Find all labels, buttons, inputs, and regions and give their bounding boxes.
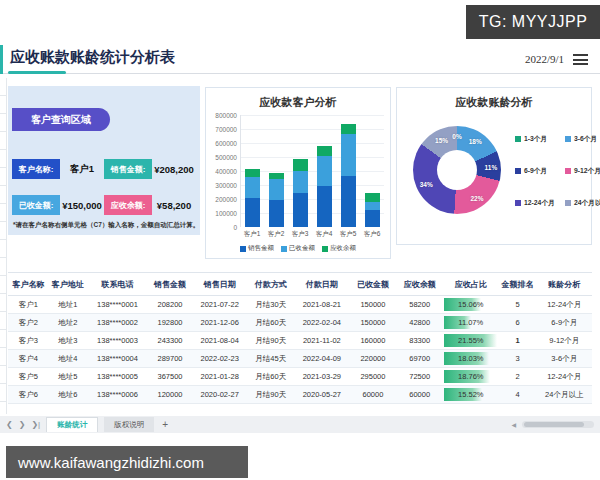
site-watermark-text: www.kaifawangzhidizhi.com xyxy=(18,454,204,471)
cell-ratio[interactable]: 18.76% xyxy=(443,368,498,386)
cell-sales[interactable]: 367500 xyxy=(148,368,192,386)
column-header-应收占比[interactable]: 应收占比 xyxy=(443,273,498,296)
column-header-付款日期[interactable]: 付款日期 xyxy=(294,273,349,296)
cell-ratio[interactable]: 15.06% xyxy=(443,296,498,314)
horizontal-scrollbar[interactable] xyxy=(522,421,594,428)
cell-phone[interactable]: 138****0006 xyxy=(87,386,148,404)
cell-sales[interactable]: 120000 xyxy=(148,386,192,404)
column-header-金额排名[interactable]: 金额排名 xyxy=(499,273,537,296)
cell-phone[interactable]: 138****0005 xyxy=(87,368,148,386)
query-field-value[interactable]: ¥58,200 xyxy=(152,200,196,211)
cell-rank[interactable]: 5 xyxy=(499,296,537,314)
column-header-销售日期[interactable]: 销售日期 xyxy=(192,273,247,296)
query-field-value[interactable]: ¥208,200 xyxy=(152,164,196,175)
cell-pay_date[interactable]: 2021-08-21 xyxy=(294,296,349,314)
cell-sale_date[interactable]: 2021-01-28 xyxy=(192,368,247,386)
cell-terms[interactable]: 月结45天 xyxy=(247,350,294,368)
column-header-联系电话[interactable]: 联系电话 xyxy=(87,273,148,296)
cell-name[interactable]: 客户5 xyxy=(8,368,49,386)
cell-rank[interactable]: 3 xyxy=(499,350,537,368)
cell-received[interactable]: 220000 xyxy=(350,350,397,368)
cell-received[interactable]: 150000 xyxy=(350,314,397,332)
column-header-账龄分析[interactable]: 账龄分析 xyxy=(536,273,592,296)
spreadsheet-page: TG: MYYJJPP 应收账款账龄统计分析表 2022/9/1 客户查询区域 … xyxy=(0,0,600,480)
cell-phone[interactable]: 138****0002 xyxy=(87,314,148,332)
column-header-客户地址[interactable]: 客户地址 xyxy=(49,273,87,296)
cell-addr[interactable]: 地址2 xyxy=(49,314,87,332)
cell-ratio[interactable]: 18.03% xyxy=(443,350,498,368)
cell-addr[interactable]: 地址6 xyxy=(49,386,87,404)
cell-addr[interactable]: 地址1 xyxy=(49,296,87,314)
column-header-应收余额[interactable]: 应收余额 xyxy=(396,273,443,296)
cell-received[interactable]: 150000 xyxy=(350,296,397,314)
cell-receivable[interactable]: 42800 xyxy=(396,314,443,332)
cell-pay_date[interactable]: 2022-04-09 xyxy=(294,350,349,368)
tab-copyright-notes[interactable]: 版权说明 xyxy=(104,417,154,432)
cell-received[interactable]: 160000 xyxy=(350,332,397,350)
cell-rank[interactable]: 2 xyxy=(499,368,537,386)
cell-terms[interactable]: 月结90天 xyxy=(247,332,294,350)
cell-name[interactable]: 客户3 xyxy=(8,332,49,350)
cell-terms[interactable]: 月结30天 xyxy=(247,296,294,314)
add-sheet-button[interactable]: + xyxy=(162,419,168,430)
cell-sales[interactable]: 208200 xyxy=(148,296,192,314)
cell-aging[interactable]: 3-6个月 xyxy=(536,350,592,368)
cell-sales[interactable]: 243300 xyxy=(148,332,192,350)
cell-phone[interactable]: 138****0003 xyxy=(87,332,148,350)
cell-aging[interactable]: 12-24个月 xyxy=(536,368,592,386)
prev-sheet-icon[interactable]: ❮ xyxy=(6,420,13,429)
cell-rank[interactable]: 4 xyxy=(499,386,537,404)
cell-sales[interactable]: 289700 xyxy=(148,350,192,368)
cell-phone[interactable]: 138****0004 xyxy=(87,350,148,368)
column-header-付款方式[interactable]: 付款方式 xyxy=(247,273,294,296)
cell-aging[interactable]: 9-12个月 xyxy=(536,332,592,350)
cell-received[interactable]: 295000 xyxy=(350,368,397,386)
query-field-value[interactable]: 客户1 xyxy=(60,163,104,176)
cell-ratio[interactable]: 21.55% xyxy=(443,332,498,350)
column-header-销售金额[interactable]: 销售金额 xyxy=(148,273,192,296)
cell-phone[interactable]: 138****0001 xyxy=(87,296,148,314)
tab-aging-statistics[interactable]: 账龄统计 xyxy=(46,417,98,432)
cell-pay_date[interactable]: 2021-11-02 xyxy=(294,332,349,350)
cell-sale_date[interactable]: 2022-02-23 xyxy=(192,350,247,368)
cell-receivable[interactable]: 60000 xyxy=(396,386,443,404)
cell-ratio[interactable]: 11.07% xyxy=(443,314,498,332)
cell-receivable[interactable]: 58200 xyxy=(396,296,443,314)
cell-rank[interactable]: 6 xyxy=(499,314,537,332)
cell-pay_date[interactable]: 2022-02-04 xyxy=(294,314,349,332)
cell-aging[interactable]: 24个月以上 xyxy=(536,386,592,404)
column-header-客户名称[interactable]: 客户名称 xyxy=(8,273,49,296)
cell-aging[interactable]: 6-9个月 xyxy=(536,314,592,332)
cell-rank[interactable]: 1 xyxy=(499,332,537,350)
hscroll-left-arrow-icon[interactable]: ◀ xyxy=(511,421,516,428)
horizontal-scrollbar-thumb[interactable] xyxy=(524,422,584,427)
next-sheet-icon[interactable]: ❯ xyxy=(19,420,26,429)
cell-name[interactable]: 客户1 xyxy=(8,296,49,314)
cell-sale_date[interactable]: 2021-12-06 xyxy=(192,314,247,332)
cell-addr[interactable]: 地址4 xyxy=(49,350,87,368)
cell-name[interactable]: 客户2 xyxy=(8,314,49,332)
cell-sale_date[interactable]: 2021-08-04 xyxy=(192,332,247,350)
cell-receivable[interactable]: 83300 xyxy=(396,332,443,350)
cell-receivable[interactable]: 72500 xyxy=(396,368,443,386)
cell-terms[interactable]: 月结60天 xyxy=(247,368,294,386)
column-header-已收金额[interactable]: 已收金额 xyxy=(350,273,397,296)
cell-addr[interactable]: 地址3 xyxy=(49,332,87,350)
cell-name[interactable]: 客户4 xyxy=(8,350,49,368)
query-field-value[interactable]: ¥150,000 xyxy=(60,200,104,211)
cell-sale_date[interactable]: 2020-02-27 xyxy=(192,386,247,404)
cell-pay_date[interactable]: 2020-05-27 xyxy=(294,386,349,404)
cell-received[interactable]: 60000 xyxy=(350,386,397,404)
cell-ratio[interactable]: 15.52% xyxy=(443,386,498,404)
cell-name[interactable]: 客户6 xyxy=(8,386,49,404)
cell-pay_date[interactable]: 2021-03-29 xyxy=(294,368,349,386)
cell-terms[interactable]: 月结60天 xyxy=(247,314,294,332)
cell-aging[interactable]: 12-24个月 xyxy=(536,296,592,314)
cell-sale_date[interactable]: 2021-07-22 xyxy=(192,296,247,314)
cell-terms[interactable]: 月结90天 xyxy=(247,386,294,404)
cell-receivable[interactable]: 69700 xyxy=(396,350,443,368)
hamburger-menu-icon[interactable] xyxy=(573,54,588,65)
cell-addr[interactable]: 地址5 xyxy=(49,368,87,386)
last-sheet-icon[interactable]: ❯| xyxy=(31,420,40,429)
cell-sales[interactable]: 192800 xyxy=(148,314,192,332)
